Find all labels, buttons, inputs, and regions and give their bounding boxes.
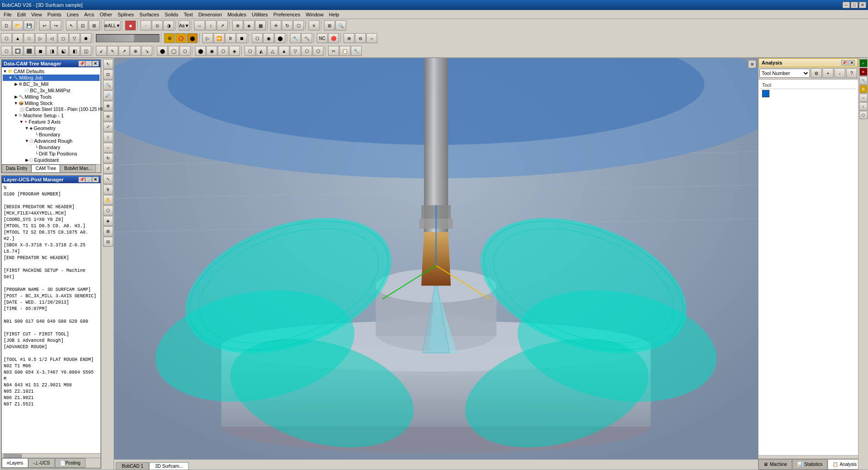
r3-24[interactable]: ▲: [279, 46, 289, 56]
undo-btn[interactable]: ↩: [39, 20, 50, 30]
vtb-3[interactable]: 🔍: [103, 80, 113, 90]
tree-item-machine-setup[interactable]: ▼ ⚙ Machine Setup - 1: [3, 112, 100, 119]
frr-5[interactable]: ⬡: [859, 111, 868, 119]
frr-4[interactable]: ↕: [859, 102, 868, 110]
cam-btn1[interactable]: ⚙: [164, 33, 175, 43]
tab-layers[interactable]: ≡ Layers: [2, 458, 28, 468]
analysis-add-btn[interactable]: +: [823, 68, 833, 78]
hatch-btn[interactable]: ▦: [255, 20, 266, 30]
vtb-14[interactable]: ✋: [103, 195, 113, 205]
r3-30[interactable]: 🔧: [351, 46, 362, 56]
r3-10[interactable]: ↖: [107, 46, 118, 56]
tree-item-milling-job[interactable]: ▼ 🔧 Milling Job: [3, 75, 100, 81]
color-btn[interactable]: ■: [125, 20, 136, 30]
vp-tab-bobcad[interactable]: BobCAD 1: [116, 462, 149, 470]
r3-27[interactable]: ⬡: [313, 46, 324, 56]
tab-data-entry[interactable]: Data Entry: [2, 165, 31, 172]
menu-points[interactable]: Points: [45, 11, 64, 18]
layer-close[interactable]: ✕: [92, 177, 99, 182]
view-iso-btn[interactable]: ⬡: [1, 33, 12, 43]
open-btn[interactable]: 📂: [12, 20, 23, 30]
r3-17[interactable]: ⬤: [195, 46, 206, 56]
scrollbar-thumb[interactable]: [4, 454, 22, 458]
r3-29[interactable]: 📋: [339, 46, 350, 56]
nc1-btn[interactable]: NC: [317, 33, 328, 43]
vtb-17[interactable]: ⊞: [103, 226, 113, 236]
vtb-2[interactable]: ⊡: [103, 70, 113, 80]
dim2-btn[interactable]: ↕: [205, 20, 216, 30]
vp-tab-3dsurfcam[interactable]: 3D Surfcam...: [149, 462, 189, 470]
new-btn[interactable]: 🗋: [1, 20, 12, 30]
r3-3[interactable]: ⬛: [24, 46, 35, 56]
more2-btn[interactable]: ⊖: [355, 33, 366, 43]
menu-help[interactable]: Help: [326, 11, 342, 18]
mirror-btn[interactable]: ⬡: [293, 20, 304, 30]
code-content[interactable]: % O100 [PROGRAM NUMBER] [BEGIN PREDATOR …: [2, 183, 100, 453]
r3-18[interactable]: ◉: [206, 46, 217, 56]
menu-edit[interactable]: Edit: [15, 11, 29, 18]
tree-item-carbon-steel[interactable]: ⬜ Carbon Steel 1018 - Plain (100-125 HB): [3, 106, 100, 112]
vtb-5[interactable]: ⊕: [103, 101, 113, 111]
vtb-13[interactable]: 🖱: [103, 185, 113, 195]
r3-7[interactable]: ◧: [69, 46, 80, 56]
menu-dimension[interactable]: Dimension: [195, 11, 224, 18]
r3-20[interactable]: ◈: [229, 46, 240, 56]
tree-item-millpst[interactable]: 📄 BC_3x_Mil.MillPst: [3, 87, 100, 94]
analysis-scroll[interactable]: [758, 455, 858, 459]
r3-13[interactable]: ↘: [141, 46, 152, 56]
menu-text[interactable]: Text: [181, 11, 195, 18]
tab-ucs[interactable]: -⊥- UCS: [28, 458, 55, 468]
tree-item-cam-defaults[interactable]: ▼ 📁 CAM Defaults: [3, 68, 100, 75]
r3-4[interactable]: ◼: [35, 46, 46, 56]
r3-26[interactable]: ⬡: [301, 46, 312, 56]
layer-pin[interactable]: 📌: [79, 177, 85, 182]
analysis-tab-machine[interactable]: 🖥 Machine: [758, 459, 792, 470]
frr-1[interactable]: 🔧: [859, 76, 868, 85]
grid-btn[interactable]: ⊞: [324, 20, 335, 30]
frr-check[interactable]: ✓: [859, 59, 868, 67]
tree-item-bc3x[interactable]: ▶ ⚙ BC_3x_Mill: [3, 81, 100, 87]
analysis-tab-analysis[interactable]: 📋 Analysis: [828, 459, 862, 470]
analysis-settings-btn[interactable]: ⚙: [811, 68, 822, 78]
r3-25[interactable]: ▽: [290, 46, 301, 56]
tree-item-drill-tip[interactable]: └ Drill Tip Positions: [3, 150, 100, 157]
move-btn[interactable]: ✛: [270, 20, 281, 30]
r3-14[interactable]: ⬤: [157, 46, 168, 56]
dim3-btn[interactable]: ↗: [217, 20, 228, 30]
r3-1[interactable]: ⬡: [1, 46, 12, 56]
menu-lines[interactable]: Lines: [64, 11, 81, 18]
tab-posting[interactable]: 📄 Posting: [55, 458, 85, 468]
menu-splines[interactable]: Splines: [115, 11, 137, 18]
vtb-8[interactable]: ↕: [103, 132, 113, 142]
tree-item-geometry[interactable]: ▼ ◈ Geometry: [3, 125, 100, 131]
layer-btn[interactable]: ≡: [309, 20, 319, 30]
menu-modules[interactable]: Modules: [224, 11, 249, 18]
sim-btn2[interactable]: ⏩: [214, 33, 224, 43]
point-btn[interactable]: ·: [140, 20, 151, 30]
tree-item-boundary2[interactable]: └ Boundary: [3, 144, 100, 150]
vtb-11[interactable]: ↺: [103, 164, 113, 174]
select-btn[interactable]: ↖: [66, 20, 77, 30]
select2-btn[interactable]: ⊡: [77, 20, 88, 30]
nc2-btn[interactable]: 🔴: [328, 33, 339, 43]
cam-tree-pin[interactable]: 📌: [79, 61, 85, 66]
tab-bobart[interactable]: BobArt Man...: [60, 165, 96, 172]
dim1-btn[interactable]: ↔: [194, 20, 205, 30]
record-btn[interactable]: ⏺: [80, 33, 91, 43]
layer-scrollbar-h[interactable]: [2, 453, 100, 458]
close-button[interactable]: ✕: [859, 2, 866, 8]
vtb-18[interactable]: ⊟: [103, 237, 113, 247]
font-btn[interactable]: Aa▼: [179, 20, 190, 30]
more1-btn[interactable]: ⊕: [344, 33, 354, 43]
select3-btn[interactable]: ⊞: [89, 20, 100, 30]
view-left-btn[interactable]: ◁: [46, 33, 57, 43]
r3-5[interactable]: ◨: [46, 46, 57, 56]
r3-21[interactable]: ⬡: [244, 46, 255, 56]
r3-19[interactable]: ⬡: [218, 46, 229, 56]
menu-other[interactable]: Other: [97, 11, 115, 18]
view-front-btn[interactable]: □: [24, 33, 35, 43]
menu-preferences[interactable]: Preferences: [270, 11, 303, 18]
menu-window[interactable]: Window: [303, 11, 326, 18]
analysis-remove-btn[interactable]: -: [834, 68, 845, 78]
snap1-btn[interactable]: ⊕: [232, 20, 243, 30]
